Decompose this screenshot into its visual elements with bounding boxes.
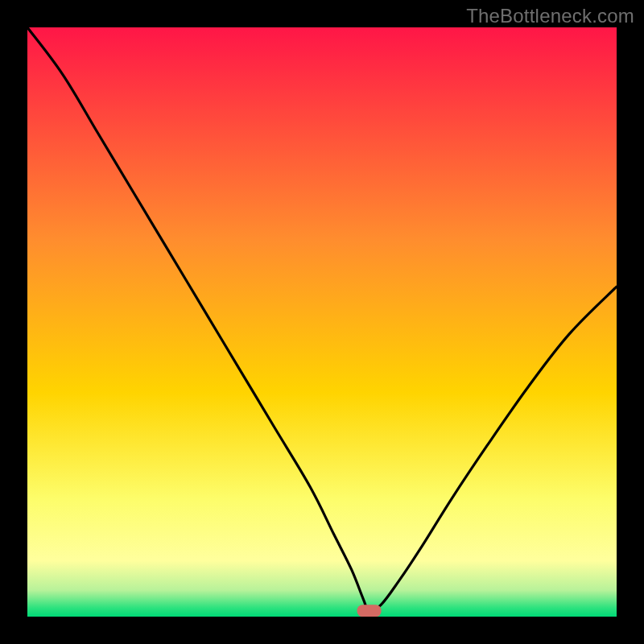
operating-point-marker	[357, 605, 382, 617]
chart-frame: TheBottleneck.com	[0, 0, 644, 644]
attribution-watermark: TheBottleneck.com	[466, 5, 634, 27]
bottleneck-curve	[27, 27, 617, 611]
curve-layer	[27, 27, 617, 617]
plot-area	[27, 27, 617, 617]
